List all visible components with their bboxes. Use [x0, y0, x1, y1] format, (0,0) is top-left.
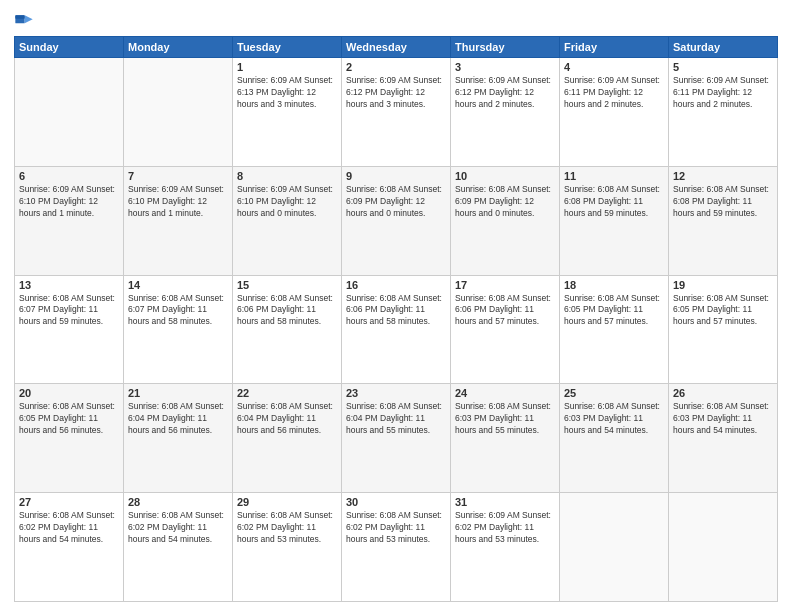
day-number: 17	[455, 279, 555, 291]
day-info: Sunrise: 6:09 AM Sunset: 6:11 PM Dayligh…	[564, 75, 664, 111]
svg-rect-2	[15, 15, 24, 18]
day-number: 24	[455, 387, 555, 399]
calendar-header-cell: Saturday	[669, 37, 778, 58]
day-number: 19	[673, 279, 773, 291]
day-number: 26	[673, 387, 773, 399]
calendar-day-cell: 17Sunrise: 6:08 AM Sunset: 6:06 PM Dayli…	[451, 275, 560, 384]
day-info: Sunrise: 6:08 AM Sunset: 6:05 PM Dayligh…	[673, 293, 773, 329]
calendar-day-cell: 14Sunrise: 6:08 AM Sunset: 6:07 PM Dayli…	[124, 275, 233, 384]
day-info: Sunrise: 6:08 AM Sunset: 6:09 PM Dayligh…	[346, 184, 446, 220]
calendar-day-cell: 23Sunrise: 6:08 AM Sunset: 6:04 PM Dayli…	[342, 384, 451, 493]
day-number: 15	[237, 279, 337, 291]
calendar-day-cell: 30Sunrise: 6:08 AM Sunset: 6:02 PM Dayli…	[342, 493, 451, 602]
day-info: Sunrise: 6:09 AM Sunset: 6:10 PM Dayligh…	[19, 184, 119, 220]
day-info: Sunrise: 6:08 AM Sunset: 6:02 PM Dayligh…	[237, 510, 337, 546]
calendar-header-cell: Thursday	[451, 37, 560, 58]
calendar-header-cell: Monday	[124, 37, 233, 58]
day-info: Sunrise: 6:09 AM Sunset: 6:11 PM Dayligh…	[673, 75, 773, 111]
calendar-day-cell: 24Sunrise: 6:08 AM Sunset: 6:03 PM Dayli…	[451, 384, 560, 493]
calendar-day-cell: 11Sunrise: 6:08 AM Sunset: 6:08 PM Dayli…	[560, 166, 669, 275]
day-info: Sunrise: 6:08 AM Sunset: 6:09 PM Dayligh…	[455, 184, 555, 220]
day-number: 14	[128, 279, 228, 291]
calendar-day-cell: 1Sunrise: 6:09 AM Sunset: 6:13 PM Daylig…	[233, 58, 342, 167]
day-number: 30	[346, 496, 446, 508]
calendar-day-cell: 26Sunrise: 6:08 AM Sunset: 6:03 PM Dayli…	[669, 384, 778, 493]
calendar-day-cell: 16Sunrise: 6:08 AM Sunset: 6:06 PM Dayli…	[342, 275, 451, 384]
calendar-day-cell: 22Sunrise: 6:08 AM Sunset: 6:04 PM Dayli…	[233, 384, 342, 493]
day-info: Sunrise: 6:09 AM Sunset: 6:10 PM Dayligh…	[237, 184, 337, 220]
day-info: Sunrise: 6:08 AM Sunset: 6:03 PM Dayligh…	[564, 401, 664, 437]
day-number: 27	[19, 496, 119, 508]
day-info: Sunrise: 6:08 AM Sunset: 6:06 PM Dayligh…	[237, 293, 337, 329]
day-number: 16	[346, 279, 446, 291]
calendar-day-cell: 6Sunrise: 6:09 AM Sunset: 6:10 PM Daylig…	[15, 166, 124, 275]
day-number: 9	[346, 170, 446, 182]
calendar-week-row: 27Sunrise: 6:08 AM Sunset: 6:02 PM Dayli…	[15, 493, 778, 602]
day-number: 11	[564, 170, 664, 182]
calendar-header-cell: Wednesday	[342, 37, 451, 58]
day-info: Sunrise: 6:08 AM Sunset: 6:03 PM Dayligh…	[455, 401, 555, 437]
day-info: Sunrise: 6:08 AM Sunset: 6:04 PM Dayligh…	[346, 401, 446, 437]
day-info: Sunrise: 6:08 AM Sunset: 6:06 PM Dayligh…	[455, 293, 555, 329]
day-number: 20	[19, 387, 119, 399]
calendar-day-cell	[15, 58, 124, 167]
calendar-day-cell: 27Sunrise: 6:08 AM Sunset: 6:02 PM Dayli…	[15, 493, 124, 602]
day-number: 25	[564, 387, 664, 399]
calendar-day-cell: 8Sunrise: 6:09 AM Sunset: 6:10 PM Daylig…	[233, 166, 342, 275]
day-info: Sunrise: 6:09 AM Sunset: 6:13 PM Dayligh…	[237, 75, 337, 111]
day-info: Sunrise: 6:08 AM Sunset: 6:06 PM Dayligh…	[346, 293, 446, 329]
calendar-day-cell: 21Sunrise: 6:08 AM Sunset: 6:04 PM Dayli…	[124, 384, 233, 493]
logo	[14, 10, 36, 30]
day-number: 7	[128, 170, 228, 182]
calendar-day-cell: 13Sunrise: 6:08 AM Sunset: 6:07 PM Dayli…	[15, 275, 124, 384]
calendar-header-cell: Tuesday	[233, 37, 342, 58]
calendar-day-cell	[560, 493, 669, 602]
day-number: 29	[237, 496, 337, 508]
day-number: 12	[673, 170, 773, 182]
calendar-body: 1Sunrise: 6:09 AM Sunset: 6:13 PM Daylig…	[15, 58, 778, 602]
day-info: Sunrise: 6:09 AM Sunset: 6:10 PM Dayligh…	[128, 184, 228, 220]
calendar-day-cell: 31Sunrise: 6:09 AM Sunset: 6:02 PM Dayli…	[451, 493, 560, 602]
calendar-header-cell: Friday	[560, 37, 669, 58]
day-number: 13	[19, 279, 119, 291]
day-number: 23	[346, 387, 446, 399]
day-info: Sunrise: 6:08 AM Sunset: 6:02 PM Dayligh…	[128, 510, 228, 546]
day-number: 8	[237, 170, 337, 182]
day-number: 22	[237, 387, 337, 399]
day-number: 21	[128, 387, 228, 399]
calendar-day-cell: 29Sunrise: 6:08 AM Sunset: 6:02 PM Dayli…	[233, 493, 342, 602]
svg-marker-1	[25, 15, 33, 23]
calendar-day-cell: 5Sunrise: 6:09 AM Sunset: 6:11 PM Daylig…	[669, 58, 778, 167]
calendar-day-cell: 9Sunrise: 6:08 AM Sunset: 6:09 PM Daylig…	[342, 166, 451, 275]
calendar-day-cell: 4Sunrise: 6:09 AM Sunset: 6:11 PM Daylig…	[560, 58, 669, 167]
calendar-day-cell	[669, 493, 778, 602]
calendar-day-cell: 12Sunrise: 6:08 AM Sunset: 6:08 PM Dayli…	[669, 166, 778, 275]
day-number: 10	[455, 170, 555, 182]
day-number: 5	[673, 61, 773, 73]
calendar-day-cell: 20Sunrise: 6:08 AM Sunset: 6:05 PM Dayli…	[15, 384, 124, 493]
day-number: 2	[346, 61, 446, 73]
calendar-day-cell: 2Sunrise: 6:09 AM Sunset: 6:12 PM Daylig…	[342, 58, 451, 167]
calendar-day-cell: 19Sunrise: 6:08 AM Sunset: 6:05 PM Dayli…	[669, 275, 778, 384]
calendar-day-cell: 3Sunrise: 6:09 AM Sunset: 6:12 PM Daylig…	[451, 58, 560, 167]
day-info: Sunrise: 6:08 AM Sunset: 6:04 PM Dayligh…	[128, 401, 228, 437]
day-info: Sunrise: 6:08 AM Sunset: 6:07 PM Dayligh…	[128, 293, 228, 329]
calendar-week-row: 1Sunrise: 6:09 AM Sunset: 6:13 PM Daylig…	[15, 58, 778, 167]
calendar-header-row: SundayMondayTuesdayWednesdayThursdayFrid…	[15, 37, 778, 58]
day-number: 28	[128, 496, 228, 508]
day-number: 4	[564, 61, 664, 73]
day-info: Sunrise: 6:08 AM Sunset: 6:08 PM Dayligh…	[564, 184, 664, 220]
day-info: Sunrise: 6:09 AM Sunset: 6:12 PM Dayligh…	[346, 75, 446, 111]
calendar-day-cell: 15Sunrise: 6:08 AM Sunset: 6:06 PM Dayli…	[233, 275, 342, 384]
calendar-week-row: 20Sunrise: 6:08 AM Sunset: 6:05 PM Dayli…	[15, 384, 778, 493]
calendar-day-cell: 18Sunrise: 6:08 AM Sunset: 6:05 PM Dayli…	[560, 275, 669, 384]
day-info: Sunrise: 6:08 AM Sunset: 6:05 PM Dayligh…	[19, 401, 119, 437]
calendar-header-cell: Sunday	[15, 37, 124, 58]
page: SundayMondayTuesdayWednesdayThursdayFrid…	[0, 0, 792, 612]
calendar-week-row: 6Sunrise: 6:09 AM Sunset: 6:10 PM Daylig…	[15, 166, 778, 275]
calendar-day-cell: 25Sunrise: 6:08 AM Sunset: 6:03 PM Dayli…	[560, 384, 669, 493]
day-number: 3	[455, 61, 555, 73]
logo-icon	[14, 10, 34, 30]
day-info: Sunrise: 6:09 AM Sunset: 6:02 PM Dayligh…	[455, 510, 555, 546]
day-info: Sunrise: 6:08 AM Sunset: 6:07 PM Dayligh…	[19, 293, 119, 329]
